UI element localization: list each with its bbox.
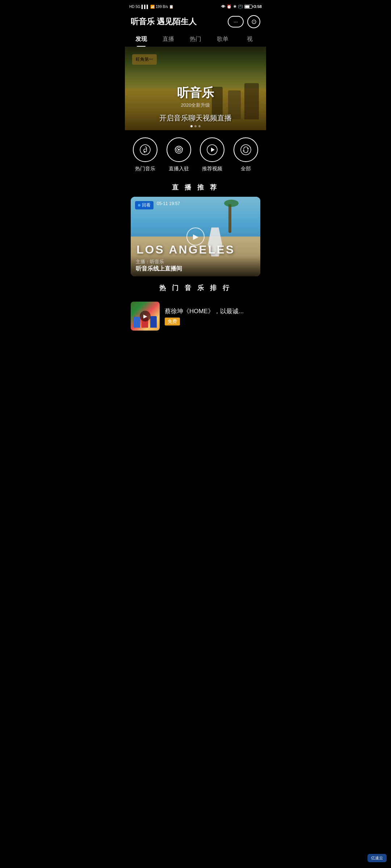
scan-button[interactable]: ⊙ [247, 15, 260, 28]
volume-icon: 📳 [238, 4, 243, 9]
music-info: 蔡徐坤《HOME》，以最诚... 免费 [165, 307, 260, 326]
play-button[interactable]: ▶ [186, 227, 205, 246]
quick-action-hot-music[interactable]: 热门音乐 [133, 137, 157, 172]
music-play-icon: ▶ [140, 311, 151, 322]
live-card[interactable]: 回看 05-11 19:57 LOS ANGELES ▶ 主播：听音乐 听音乐线… [131, 197, 260, 276]
hot-music-title: 热 门 音 乐 排 行 [125, 276, 266, 297]
more-button[interactable]: ··· [228, 16, 244, 27]
live-dot [138, 204, 140, 207]
banner-dot-3 [198, 125, 201, 127]
hot-music-icon [133, 137, 157, 162]
rec-video-label: 推荐视频 [202, 166, 222, 172]
tab-live[interactable]: 直播 [155, 32, 182, 47]
banner-description: 开启音乐聊天视频直播 [125, 113, 266, 123]
tab-discover[interactable]: 发现 [128, 32, 155, 47]
live-time: 05-11 19:57 [157, 201, 180, 206]
hd-indicator: HD [129, 5, 134, 9]
clipboard-icon: 📋 [169, 5, 173, 9]
all-label: 全部 [241, 166, 251, 172]
music-title: 蔡徐坤《HOME》，以最诚... [165, 307, 260, 315]
live-host: 主播：听音乐 [136, 259, 255, 265]
hot-music-label: 热门音乐 [135, 166, 155, 172]
eye-icon: 👁 [221, 4, 225, 9]
app-title: 听音乐 遇见陌生人 [131, 16, 197, 27]
signal-bars: ▌▌▌ [142, 5, 149, 9]
svg-marker-8 [247, 148, 249, 149]
status-left: HD 5G ▌▌▌ 📶 199 B/s 📋 [129, 5, 173, 9]
svg-point-1 [144, 151, 145, 153]
live-replay-badge: 回看 [135, 201, 154, 209]
music-free-tag: 免费 [165, 318, 180, 326]
svg-point-0 [140, 145, 150, 155]
live-badge-text: 回看 [142, 202, 151, 208]
svg-point-7 [241, 145, 251, 155]
svg-point-4 [178, 149, 180, 151]
hot-music-section: 热 门 音 乐 排 行 ▶ 蔡徐坤《HOME》，以最诚... 免费 [125, 276, 266, 342]
signal-5g: 5G [135, 5, 140, 9]
banner-dot-2 [194, 125, 197, 127]
bluetooth-icon: ✳ [233, 4, 236, 9]
all-icon [234, 137, 258, 162]
alarm-icon: ⏰ [227, 4, 232, 9]
battery-indicator [244, 5, 252, 9]
rec-video-icon [200, 137, 224, 162]
quick-action-all[interactable]: 全部 [234, 137, 258, 172]
wifi-icon: 📶 [150, 5, 155, 9]
network-speed: 199 B/s [156, 5, 168, 9]
banner[interactable]: 旺角第一 听音乐 2020全新升级 开启音乐聊天视频直播 [125, 47, 266, 130]
header-actions: ··· ⊙ [228, 15, 260, 28]
time-display: 3:58 [254, 4, 262, 9]
scan-icon: ⊙ [251, 18, 257, 26]
header: 听音乐 遇见陌生人 ··· ⊙ [125, 12, 266, 32]
live-section-title: 直 播 推 荐 [125, 176, 266, 197]
play-icon: ▶ [193, 232, 198, 241]
banner-dot-1 [190, 125, 193, 127]
quick-actions-bar: 热门音乐 直播入驻 推荐视频 [125, 130, 266, 176]
status-bar: HD 5G ▌▌▌ 📶 199 B/s 📋 👁 ⏰ ✳ 📳 3:58 [125, 0, 266, 12]
music-item[interactable]: ▶ 蔡徐坤《HOME》，以最诚... 免费 [125, 297, 266, 335]
live-info: 主播：听音乐 听音乐线上直播间 [131, 256, 260, 276]
music-cover: ▶ [131, 302, 160, 331]
banner-dots [190, 125, 201, 127]
live-enter-label: 直播入驻 [169, 166, 189, 172]
more-dots: ··· [234, 19, 238, 25]
tab-video[interactable]: 视 [236, 32, 263, 47]
banner-main-title: 听音乐 [125, 85, 266, 101]
svg-marker-6 [211, 148, 215, 152]
live-title: 听音乐线上直播间 [136, 265, 255, 273]
status-right: 👁 ⏰ ✳ 📳 3:58 [221, 4, 262, 9]
quick-action-rec-video[interactable]: 推荐视频 [200, 137, 224, 172]
live-enter-icon [167, 137, 191, 162]
banner-text-block: 听音乐 2020全新升级 [125, 85, 266, 109]
tab-bar: 发现 直播 热门 歌单 视 [125, 32, 266, 47]
quick-action-live-enter[interactable]: 直播入驻 [167, 137, 191, 172]
banner-subtitle: 2020全新升级 [125, 102, 266, 109]
svg-marker-9 [243, 150, 245, 152]
tab-playlist[interactable]: 歌单 [209, 32, 236, 47]
tab-hot[interactable]: 热门 [182, 32, 209, 47]
